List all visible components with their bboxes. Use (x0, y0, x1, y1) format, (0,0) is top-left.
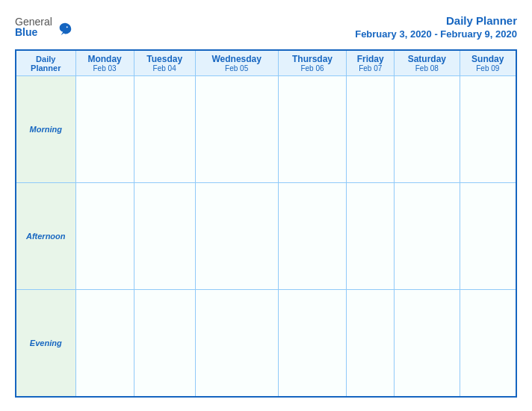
header-row: DailyPlanner Monday Feb 03 Tuesday Feb 0… (16, 50, 516, 76)
morning-wednesday-cell[interactable] (195, 76, 278, 183)
sunday-date: Feb 09 (462, 64, 514, 72)
evening-sunday-cell[interactable] (460, 290, 516, 397)
afternoon-sunday-cell[interactable] (460, 183, 516, 290)
evening-friday-cell[interactable] (347, 290, 395, 397)
daily-label: DailyPlanner (31, 55, 61, 72)
title-area: Daily Planner February 3, 2020 - Februar… (355, 13, 517, 40)
morning-monday-cell[interactable] (75, 76, 134, 183)
logo: General Blue (15, 16, 73, 37)
evening-row: Evening (16, 290, 516, 397)
header-cell-saturday: Saturday Feb 08 (395, 50, 460, 76)
thursday-day: Thursday (280, 54, 345, 64)
afternoon-thursday-cell[interactable] (278, 183, 347, 290)
evening-wednesday-cell[interactable] (195, 290, 278, 397)
afternoon-friday-cell[interactable] (347, 183, 395, 290)
evening-monday-cell[interactable] (75, 290, 134, 397)
tuesday-day: Tuesday (136, 54, 194, 64)
evening-tuesday-cell[interactable] (134, 290, 195, 397)
planner-table: DailyPlanner Monday Feb 03 Tuesday Feb 0… (15, 49, 517, 398)
afternoon-wednesday-cell[interactable] (195, 183, 278, 290)
header-cell-sunday: Sunday Feb 09 (460, 50, 516, 76)
logo-blue: Blue (15, 27, 52, 37)
tuesday-date: Feb 04 (136, 64, 194, 72)
saturday-date: Feb 08 (396, 64, 458, 72)
afternoon-tuesday-cell[interactable] (134, 183, 195, 290)
thursday-date: Feb 06 (280, 64, 345, 72)
planner-title: Daily Planner (355, 13, 517, 28)
morning-label-cell: Morning (16, 76, 75, 183)
evening-label-cell: Evening (16, 290, 75, 397)
afternoon-label-cell: Afternoon (16, 183, 75, 290)
morning-saturday-cell[interactable] (395, 76, 460, 183)
morning-tuesday-cell[interactable] (134, 76, 195, 183)
morning-row: Morning (16, 76, 516, 183)
monday-day: Monday (78, 54, 132, 64)
logo-bird-icon (57, 21, 73, 37)
header-cell-tuesday: Tuesday Feb 04 (134, 50, 195, 76)
logo-general: General (15, 16, 52, 27)
evening-thursday-cell[interactable] (278, 290, 347, 397)
wednesday-date: Feb 05 (197, 64, 276, 72)
afternoon-row: Afternoon (16, 183, 516, 290)
morning-friday-cell[interactable] (347, 76, 395, 183)
friday-date: Feb 07 (348, 64, 392, 72)
page-header: General Blue Daily Planner February 3, 2… (15, 13, 517, 40)
svg-point-0 (66, 27, 68, 28)
friday-day: Friday (348, 54, 392, 64)
evening-saturday-cell[interactable] (395, 290, 460, 397)
morning-sunday-cell[interactable] (460, 76, 516, 183)
planner-subtitle: February 3, 2020 - February 9, 2020 (355, 28, 517, 41)
header-cell-monday: Monday Feb 03 (75, 50, 134, 76)
sunday-day: Sunday (462, 54, 514, 64)
header-cell-thursday: Thursday Feb 06 (278, 50, 347, 76)
header-cell-daily-planner: DailyPlanner (16, 50, 75, 76)
monday-date: Feb 03 (78, 64, 132, 72)
afternoon-monday-cell[interactable] (75, 183, 134, 290)
morning-thursday-cell[interactable] (278, 76, 347, 183)
header-cell-friday: Friday Feb 07 (347, 50, 395, 76)
header-cell-wednesday: Wednesday Feb 05 (195, 50, 278, 76)
wednesday-day: Wednesday (197, 54, 276, 64)
afternoon-saturday-cell[interactable] (395, 183, 460, 290)
saturday-day: Saturday (396, 54, 458, 64)
